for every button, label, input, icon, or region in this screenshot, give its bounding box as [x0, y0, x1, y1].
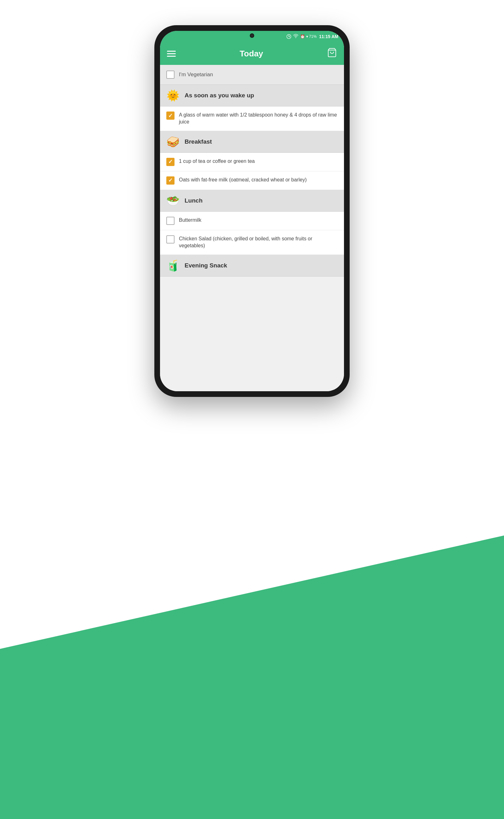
- breakfast-text-1: 1 cup of tea or coffee or green tea: [179, 158, 338, 165]
- vegetarian-row[interactable]: I'm Vegetarian: [160, 65, 344, 85]
- phone-camera: [250, 33, 254, 38]
- cart-button[interactable]: [327, 48, 337, 60]
- promo-title: Diet Program: [25, 416, 479, 435]
- vegetarian-label: I'm Vegetarian: [179, 72, 213, 78]
- battery-text: ⏰ ▾ 71%: [300, 34, 317, 39]
- lunch-title: Lunch: [185, 197, 203, 204]
- status-icons: ⏰ ▾ 71%: [286, 34, 317, 39]
- lunch-checkbox-2[interactable]: [166, 235, 175, 243]
- wake-up-icon: 🌞: [166, 89, 180, 102]
- clock-icon: [286, 34, 291, 39]
- breakfast-icon: 🥪: [166, 135, 180, 148]
- content-area[interactable]: I'm Vegetarian 🌞 As soon as you wake up …: [160, 65, 344, 391]
- phone-screen: ⏰ ▾ 71% 11:15 AM Today: [160, 31, 344, 391]
- lunch-icon: 🥗: [166, 194, 180, 207]
- background-green: [0, 535, 504, 819]
- breakfast-checkbox-1[interactable]: ✓: [166, 158, 175, 166]
- lunch-text-1: Buttermilk: [179, 217, 338, 224]
- lunch-item-2[interactable]: Chicken Salad (chicken, grilled or boile…: [160, 230, 344, 255]
- lunch-item-1[interactable]: Buttermilk: [160, 212, 344, 230]
- wake-up-text-1: A glass of warm water with 1/2 tablespoo…: [179, 112, 338, 126]
- breakfast-text-2: Oats with fat-free milk (oatmeal, cracke…: [179, 176, 338, 183]
- section-breakfast-header: 🥪 Breakfast: [160, 131, 344, 153]
- evening-icon: 🧃: [166, 259, 180, 272]
- breakfast-title: Breakfast: [185, 138, 212, 145]
- hamburger-line-3: [167, 56, 176, 57]
- section-lunch-header: 🥗 Lunch: [160, 190, 344, 212]
- promo-area: Diet Program Lose weight in 5 weeks.: [0, 416, 504, 453]
- breakfast-item-2[interactable]: ✓ Oats with fat-free milk (oatmeal, crac…: [160, 171, 344, 190]
- svg-point-1: [295, 37, 296, 38]
- lunch-text-2: Chicken Salad (chicken, grilled or boile…: [179, 235, 338, 249]
- section-evening-header: 🧃 Evening Snack: [160, 255, 344, 277]
- lunch-checkbox-1[interactable]: [166, 217, 175, 225]
- section-wake-up-header: 🌞 As soon as you wake up: [160, 85, 344, 106]
- wake-up-checkbox-1[interactable]: ✓: [166, 112, 175, 120]
- page-title: Today: [240, 49, 263, 59]
- hamburger-line-1: [167, 51, 176, 52]
- promo-subtitle: Lose weight in 5 weeks.: [25, 440, 479, 453]
- cart-icon-svg: [327, 48, 337, 58]
- wifi-icon: [293, 34, 298, 39]
- wake-up-item-1[interactable]: ✓ A glass of warm water with 1/2 tablesp…: [160, 106, 344, 131]
- phone-frame: ⏰ ▾ 71% 11:15 AM Today: [154, 25, 350, 397]
- breakfast-item-1[interactable]: ✓ 1 cup of tea or coffee or green tea: [160, 153, 344, 171]
- vegetarian-checkbox[interactable]: [166, 71, 175, 79]
- top-bar: Today: [160, 42, 344, 65]
- evening-title: Evening Snack: [185, 262, 227, 269]
- breakfast-checkbox-2[interactable]: ✓: [166, 176, 175, 185]
- hamburger-line-2: [167, 53, 176, 54]
- status-time: 11:15 AM: [319, 34, 338, 39]
- wake-up-title: As soon as you wake up: [185, 92, 254, 99]
- menu-button[interactable]: [167, 51, 176, 57]
